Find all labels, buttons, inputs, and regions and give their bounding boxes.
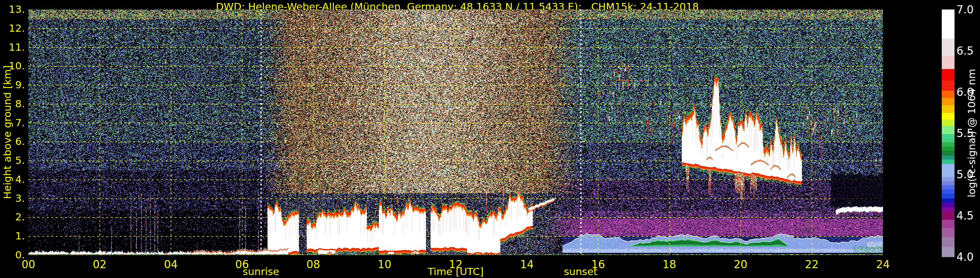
colorbar-segment-30	[942, 38, 955, 56]
y-tick-5: 5.	[0, 154, 25, 168]
colorbar-segment-23	[942, 112, 955, 119]
x-tick-00: 00	[10, 258, 46, 271]
y-tick-4: 4.	[0, 173, 25, 187]
x-tick-18: 18	[651, 258, 687, 271]
sunset-annotation: sunset	[532, 265, 630, 277]
colorbar-segment-19	[942, 138, 955, 142]
colorbar-segment-22	[942, 119, 955, 126]
colorbar-segment-14	[942, 160, 955, 164]
x-tick-02: 02	[82, 258, 118, 271]
y-tick-9: 9.	[0, 79, 25, 92]
colorbar-segment-21	[942, 126, 955, 134]
y-tick-1: 1.	[0, 230, 25, 243]
colorbar-segment-13	[942, 163, 955, 177]
colorbar-segment-24	[942, 105, 955, 112]
colorbar	[942, 10, 955, 257]
y-tick-3: 3.	[0, 192, 25, 205]
colorbar-segment-27	[942, 80, 955, 91]
colorbar-segment-2	[942, 228, 955, 237]
colorbar-label: log(rc-signal) @ 1064 nm	[966, 69, 977, 198]
colorbar-segment-5	[942, 207, 955, 212]
x-axis-label: Time [UTC]	[390, 265, 521, 277]
colorbar-segment-25	[942, 98, 955, 105]
y-tick-12: 12.	[0, 22, 25, 35]
y-tick-11: 11.	[0, 41, 25, 54]
colorbar-tick-4.5: 4.5	[956, 209, 980, 222]
colorbar-segment-16	[942, 150, 955, 156]
colorbar-segment-10	[942, 185, 955, 189]
ceilometer-quicklook: DWD: Helene-Weber-Allee (München, German…	[0, 0, 980, 278]
x-tick-20: 20	[722, 258, 759, 271]
x-tick-22: 22	[794, 258, 830, 271]
colorbar-segment-6	[942, 203, 955, 208]
colorbar-segment-26	[942, 90, 955, 98]
colorbar-segment-18	[942, 142, 955, 147]
colorbar-segment-4	[942, 211, 955, 220]
y-tick-13: 13.	[0, 3, 25, 16]
colorbar-segment-1	[942, 237, 955, 247]
colorbar-segment-8	[942, 193, 955, 198]
y-tick-10: 10.	[0, 60, 25, 73]
heatmap-canvas	[29, 10, 883, 255]
colorbar-tick-4.0: 4.0	[956, 251, 980, 263]
colorbar-segment-31	[942, 10, 955, 38]
colorbar-segment-29	[942, 56, 955, 69]
x-tick-04: 04	[153, 258, 189, 271]
sunrise-annotation: sunrise	[212, 265, 310, 277]
colorbar-segment-15	[942, 155, 955, 160]
colorbar-segment-17	[942, 146, 955, 150]
y-tick-6: 6.	[0, 136, 25, 149]
y-tick-8: 8.	[0, 98, 25, 111]
x-tick-24: 24	[865, 258, 901, 271]
colorbar-segment-7	[942, 198, 955, 203]
y-tick-2: 2.	[0, 211, 25, 224]
colorbar-segment-28	[942, 69, 955, 80]
y-tick-7: 7.	[0, 117, 25, 130]
colorbar-segment-12	[942, 177, 955, 181]
colorbar-tick-7.0: 7.0	[956, 3, 980, 16]
colorbar-segment-20	[942, 134, 955, 138]
colorbar-segment-0	[942, 247, 955, 257]
colorbar-segment-3	[942, 220, 955, 228]
colorbar-segment-11	[942, 181, 955, 185]
colorbar-tick-6.5: 6.5	[956, 45, 980, 57]
colorbar-segment-9	[942, 189, 955, 193]
